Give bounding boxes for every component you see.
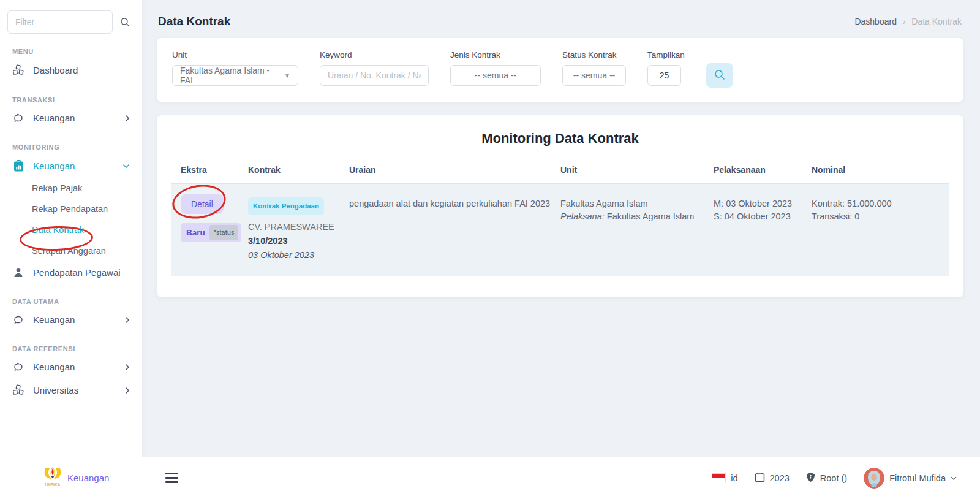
main-content: Data Kontrak Dashboard › Data Kontrak Un… xyxy=(142,0,980,457)
breadcrumb: Dashboard › Data Kontrak xyxy=(854,17,962,26)
keyword-label: Keyword xyxy=(320,50,429,59)
column-header-uraian: Uraian xyxy=(349,165,560,175)
jenis-kontrak-field: Jenis Kontrak -- semua -- xyxy=(450,50,541,86)
sidebar-item-label: Keuangan xyxy=(33,113,75,123)
piggy-bank-icon xyxy=(12,362,24,372)
sidebar-subitem-serapan-anggaran[interactable]: Serapan Anggaran xyxy=(0,240,142,261)
column-header-unit: Unit xyxy=(560,165,714,175)
sidebar-filter-input[interactable] xyxy=(7,10,113,34)
chevron-right-icon xyxy=(125,364,130,371)
jenis-kontrak-select[interactable]: -- semua -- xyxy=(450,65,541,86)
clipboard-chart-icon xyxy=(12,160,24,172)
user-avatar xyxy=(864,468,884,489)
bottom-bar: UNSIKA Keuangan id 2023 xyxy=(0,457,980,499)
piggy-bank-icon xyxy=(12,113,24,123)
tampilkan-field: Tampilkan 25 xyxy=(647,50,685,86)
kontrak-type-badge: Kontrak Pengadaan xyxy=(248,197,324,215)
status-kontrak-select[interactable]: -- semua -- xyxy=(562,65,626,86)
cubes-icon xyxy=(12,64,24,76)
kontrak-date-short: 3/10/2023 xyxy=(248,235,349,248)
sidebar-subitem-data-kontrak[interactable]: Data Kontrak xyxy=(0,219,142,240)
calendar-icon xyxy=(755,472,765,484)
sidebar: MENU Dashboard TRANSAKSI Keuangan MONITO… xyxy=(0,0,142,457)
unit-select-value: Fakultas Agama Islam - FAI xyxy=(180,66,284,85)
keyword-input[interactable] xyxy=(320,65,429,86)
cell-uraian: pengadaan alat dan kegiatan perkuliahan … xyxy=(349,194,560,262)
sidebar-item-keuangan-transaksi[interactable]: Keuangan xyxy=(0,107,142,129)
section-label-transaksi: TRANSAKSI xyxy=(0,82,142,107)
search-button[interactable] xyxy=(706,63,733,88)
sidebar-item-label: Keuangan xyxy=(33,161,75,171)
status-kontrak-value: -- semua -- xyxy=(573,70,615,80)
sidebar-item-label: Keuangan xyxy=(33,314,75,325)
user-menu[interactable]: Fitrotul Mufida xyxy=(864,468,957,489)
sidebar-item-label: Keuangan xyxy=(33,362,75,372)
sidebar-item-pendapatan-pegawai[interactable]: Pendapatan Pegawai xyxy=(0,261,142,284)
person-icon xyxy=(12,267,24,278)
cell-kontrak: Kontrak Pengadaan CV. PRAMESWAREE 3/10/2… xyxy=(248,194,349,262)
year-selector[interactable]: 2023 xyxy=(755,472,790,484)
table-row: Detail Baru *status Kontrak Pengadaan CV… xyxy=(172,184,949,276)
shield-icon xyxy=(806,472,815,484)
user-name: Fitrotul Mufida xyxy=(889,473,946,483)
unit-label: Unit xyxy=(172,50,298,59)
sidebar-item-keuangan-data-utama[interactable]: Keuangan xyxy=(0,308,142,331)
pelaksanaan-selesai: S: 04 Oktober 2023 xyxy=(714,210,812,223)
sidebar-item-dashboard[interactable]: Dashboard xyxy=(0,58,142,82)
kontrak-vendor: CV. PRAMESWAREE xyxy=(248,221,349,234)
brand-name: Keuangan xyxy=(67,473,109,483)
cubes-icon xyxy=(12,384,24,396)
sidebar-item-keuangan-monitoring[interactable]: Keuangan xyxy=(0,154,142,178)
unit-name: Fakultas Agama Islam xyxy=(560,197,714,210)
breadcrumb-separator-icon: › xyxy=(903,17,905,26)
breadcrumb-current: Data Kontrak xyxy=(911,17,962,26)
cell-ekstra: Detail Baru *status xyxy=(172,194,248,262)
pelaksana-value: Fakultas Agama Islam xyxy=(607,211,695,221)
chevron-right-icon xyxy=(125,387,130,394)
menu-toggle-icon[interactable] xyxy=(165,473,178,483)
column-header-nominal: Nominal xyxy=(812,165,949,175)
status-badge-label: Baru xyxy=(186,226,205,239)
cell-pelaksanaan: M: 03 Oktober 2023 S: 04 Oktober 2023 xyxy=(714,194,812,262)
monitoring-panel: Monitoring Data Kontrak Ekstra Kontrak U… xyxy=(157,115,963,297)
jenis-kontrak-label: Jenis Kontrak xyxy=(450,50,541,59)
app-brand[interactable]: UNSIKA Keuangan xyxy=(43,466,109,490)
status-kontrak-field: Status Kontrak -- semua -- xyxy=(562,50,626,86)
keyword-field: Keyword xyxy=(320,50,429,86)
sidebar-search-icon[interactable] xyxy=(120,17,130,27)
pelaksana-label: Pelaksana: xyxy=(560,211,605,221)
cell-unit: Fakultas Agama Islam Pelaksana: Fakultas… xyxy=(560,194,714,262)
section-label-monitoring: MONITORING xyxy=(0,129,142,154)
sidebar-subitem-rekap-pendapatan[interactable]: Rekap Pendapatan xyxy=(0,199,142,219)
sidebar-subitem-rekap-pajak[interactable]: Rekap Pajak xyxy=(0,178,142,199)
chevron-down-icon xyxy=(951,474,957,482)
search-icon xyxy=(714,69,725,82)
tampilkan-input[interactable]: 25 xyxy=(647,65,681,86)
sidebar-item-keuangan-data-referensi[interactable]: Keuangan xyxy=(0,356,142,378)
unsika-logo: UNSIKA xyxy=(43,466,62,490)
piggy-bank-icon xyxy=(12,314,24,325)
filter-panel: Unit Fakultas Agama Islam - FAI ▼ Keywor… xyxy=(157,38,963,102)
chevron-down-icon xyxy=(123,164,130,169)
unit-select[interactable]: Fakultas Agama Islam - FAI ▼ xyxy=(172,65,298,86)
role-label: Root () xyxy=(820,473,847,483)
sidebar-item-universitas[interactable]: Universitas xyxy=(0,378,142,402)
section-label-data-referensi: DATA REFERENSI xyxy=(0,331,142,356)
kontrak-date-long: 03 Oktober 2023 xyxy=(248,249,349,262)
table-header-row: Ekstra Kontrak Uraian Unit Pelaksanaan N… xyxy=(172,159,949,184)
detail-button[interactable]: Detail xyxy=(181,194,224,214)
page-title: Data Kontrak xyxy=(158,15,230,28)
sidebar-item-label: Universitas xyxy=(33,385,78,395)
breadcrumb-dashboard[interactable]: Dashboard xyxy=(854,17,897,26)
nominal-transaksi: Transaksi: 0 xyxy=(812,210,949,223)
chevron-right-icon xyxy=(125,115,130,122)
section-label-menu: MENU xyxy=(0,34,142,58)
app-window: MENU Dashboard TRANSAKSI Keuangan MONITO… xyxy=(0,0,980,499)
indonesia-flag-icon xyxy=(712,473,726,482)
language-selector[interactable]: id xyxy=(712,473,737,483)
chevron-right-icon xyxy=(125,316,130,324)
sidebar-item-label: Pendapatan Pegawai xyxy=(33,267,121,278)
status-kontrak-label: Status Kontrak xyxy=(562,50,626,59)
role-indicator[interactable]: Root () xyxy=(806,472,847,484)
column-header-kontrak: Kontrak xyxy=(248,165,349,175)
